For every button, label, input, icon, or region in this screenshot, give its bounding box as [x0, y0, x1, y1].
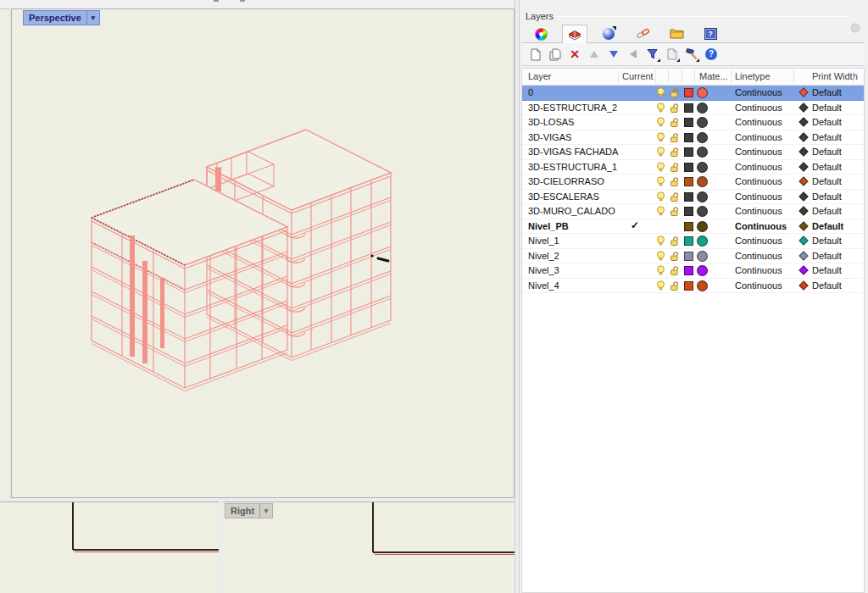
layer-lock-icon[interactable] [670, 191, 680, 204]
collapse-left-button[interactable] [626, 47, 640, 61]
layer-print-width[interactable]: Default [812, 280, 842, 291]
layer-visibility-bulb-icon[interactable] [656, 132, 665, 145]
layer-color-swatch[interactable] [684, 103, 693, 113]
front-viewport-partial[interactable] [0, 502, 219, 593]
layer-color-swatch[interactable] [684, 177, 693, 186]
layer-lock-icon[interactable] [670, 176, 680, 189]
tab-layers[interactable] [562, 25, 587, 44]
layer-lock-icon[interactable] [670, 236, 680, 248]
layer-print-width[interactable]: Default [812, 236, 842, 246]
tab-properties-color-wheel[interactable] [528, 25, 554, 43]
layer-linetype[interactable]: Continuous [735, 251, 782, 261]
filter-button[interactable] [646, 47, 659, 61]
layer-print-width[interactable]: Default [812, 162, 842, 172]
layer-color-swatch[interactable] [684, 118, 693, 127]
layer-visibility-bulb-icon[interactable] [656, 147, 665, 159]
layer-print-width[interactable]: Default [812, 176, 842, 186]
left-viewport-sliver[interactable] [0, 8, 9, 498]
print-color-diamond[interactable] [798, 132, 808, 141]
print-color-diamond[interactable] [798, 162, 808, 171]
layer-color-swatch[interactable] [684, 192, 693, 202]
current-layer-check[interactable]: ✓ [626, 219, 644, 231]
layer-color-swatch[interactable] [684, 133, 693, 142]
layer-lock-icon[interactable] [670, 132, 680, 145]
copy-layer-button[interactable] [548, 47, 562, 61]
layer-linetype[interactable]: Continuous [735, 132, 782, 142]
print-color-diamond[interactable] [798, 280, 808, 290]
layer-linetype[interactable]: Continuous [735, 103, 782, 113]
layer-visibility-bulb-icon[interactable] [656, 176, 665, 189]
print-color-diamond[interactable] [798, 147, 808, 156]
layer-color-swatch[interactable] [684, 88, 693, 97]
layer-visibility-bulb-icon[interactable] [656, 103, 665, 115]
layer-row[interactable]: 3D-ESCALERAS Continuous Default [522, 190, 864, 205]
layer-material-swatch[interactable] [697, 117, 708, 128]
layer-color-swatch[interactable] [684, 147, 693, 157]
layer-visibility-bulb-icon[interactable] [656, 191, 665, 204]
column-header-current[interactable]: Current [622, 71, 654, 81]
print-color-diamond[interactable] [798, 236, 808, 245]
print-color-diamond[interactable] [798, 251, 808, 260]
layer-lock-icon[interactable] [670, 206, 680, 219]
layer-linetype[interactable]: Continuous [735, 191, 782, 202]
layer-visibility-bulb-icon[interactable] [656, 117, 665, 130]
layer-print-width[interactable]: Default [812, 117, 842, 127]
layer-color-swatch[interactable] [684, 207, 693, 216]
chevron-down-icon[interactable]: ▾ [259, 504, 272, 518]
layer-print-width[interactable]: Default [812, 87, 842, 97]
perspective-viewport-tab[interactable]: Perspective ▾ [23, 10, 100, 25]
layer-row[interactable]: Nivel_3 Continuous Default [522, 263, 864, 279]
layer-lock-icon[interactable] [670, 117, 680, 130]
layer-visibility-bulb-icon[interactable] [656, 236, 665, 248]
layer-material-swatch[interactable] [697, 103, 708, 114]
layer-material-swatch[interactable] [697, 221, 708, 232]
layer-row[interactable]: 3D-CIELORRASO Continuous Default [522, 175, 864, 190]
layer-row[interactable]: 3D-VIGAS FACHADA Continuous Default [522, 145, 864, 160]
print-color-diamond[interactable] [798, 176, 808, 186]
column-header-print-width[interactable]: Print Width [812, 71, 858, 81]
print-color-diamond[interactable] [798, 87, 808, 97]
layer-print-width[interactable]: Default [812, 191, 842, 202]
layer-lock-icon[interactable] [670, 147, 680, 159]
layer-row[interactable]: Nivel_4 Continuous Default [522, 279, 864, 294]
layer-material-swatch[interactable] [697, 280, 708, 291]
layer-visibility-bulb-icon[interactable] [656, 280, 665, 293]
layer-visibility-bulb-icon[interactable] [656, 87, 665, 100]
tab-help[interactable]: ? [698, 25, 723, 43]
print-color-diamond[interactable] [798, 221, 808, 230]
layer-material-swatch[interactable] [697, 251, 708, 262]
right-viewport-tab[interactable]: Right ▾ [225, 503, 273, 518]
layer-visibility-bulb-icon[interactable] [656, 251, 665, 263]
layer-linetype[interactable]: Continuous [735, 280, 782, 291]
layer-color-swatch[interactable] [684, 252, 693, 261]
layer-print-width[interactable]: Default [812, 221, 843, 231]
help-button[interactable]: ? [704, 47, 718, 61]
layer-color-swatch[interactable] [684, 222, 693, 231]
layer-material-swatch[interactable] [697, 191, 708, 202]
tab-links[interactable] [630, 25, 655, 43]
layer-material-swatch[interactable] [697, 206, 708, 217]
layer-row[interactable]: Nivel_2 Continuous Default [522, 249, 864, 264]
layer-lock-icon[interactable] [670, 162, 680, 175]
layer-color-swatch[interactable] [684, 163, 693, 172]
layer-color-swatch[interactable] [684, 236, 693, 246]
column-header-linetype[interactable]: Linetype [735, 71, 771, 81]
layer-row[interactable]: Nivel_1 Continuous Default [522, 234, 864, 249]
layer-print-width[interactable]: Default [812, 251, 842, 261]
layer-linetype[interactable]: Continuous [735, 117, 782, 127]
print-color-diamond[interactable] [798, 206, 808, 215]
layer-row[interactable]: 3D-MURO_CALADO Continuous Default [522, 204, 864, 219]
layer-material-swatch[interactable] [697, 87, 708, 98]
layer-row[interactable]: 3D-VIGAS Continuous Default [522, 130, 864, 146]
layer-linetype[interactable]: Continuous [735, 87, 782, 97]
layer-row[interactable]: 3D-ESTRUCTURA_2 Continuous Default [522, 101, 864, 116]
column-header-material[interactable]: Mate... [699, 71, 728, 81]
new-layer-button[interactable] [529, 47, 542, 61]
layer-row[interactable]: 3D-LOSAS Continuous Default [522, 115, 864, 130]
delete-layer-button[interactable]: ✕ [568, 47, 581, 61]
layer-linetype[interactable]: Continuous [735, 236, 782, 246]
layer-lock-icon[interactable] [670, 87, 680, 100]
layer-print-width[interactable]: Default [812, 132, 842, 142]
layer-print-width[interactable]: Default [812, 147, 842, 157]
perspective-viewport[interactable]: Perspective ▾ [11, 8, 515, 498]
